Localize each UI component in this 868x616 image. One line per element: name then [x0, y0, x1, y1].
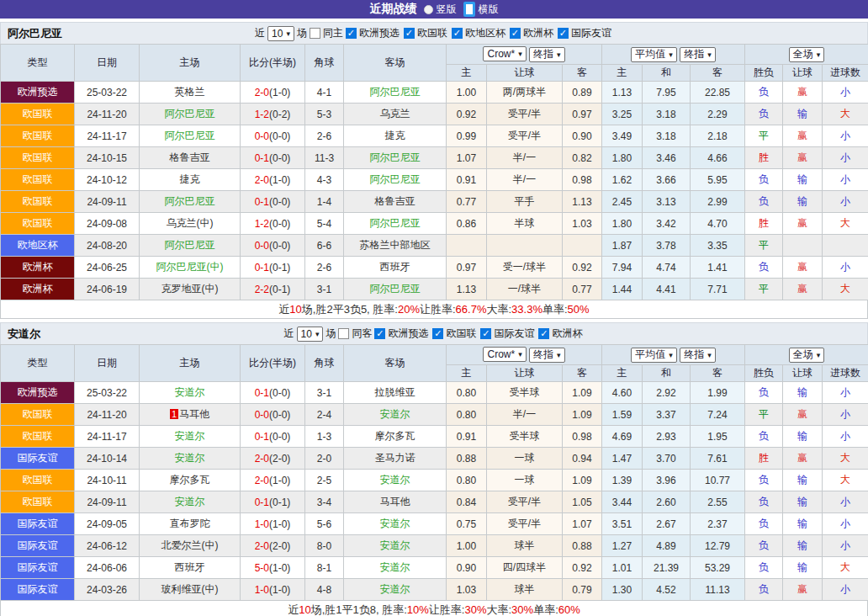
- league-checkbox[interactable]: ✓: [558, 28, 569, 39]
- league-checkbox[interactable]: ✓: [538, 328, 549, 339]
- matches-label: 场: [297, 26, 307, 40]
- col-handicap-result: 让球: [783, 65, 823, 82]
- fulltime-score: 5-0: [255, 562, 269, 574]
- home-team-cell: 乌克兰(中): [140, 213, 241, 235]
- layout-radio-horizontal[interactable]: 横版: [463, 2, 499, 17]
- goals-result-cell: 小: [823, 147, 868, 169]
- home-team-cell: 直布罗陀: [140, 513, 241, 535]
- match-count-select[interactable]: 10▾: [267, 26, 294, 41]
- corner-cell: 5-4: [305, 213, 344, 235]
- avg-home-odds-cell: 3.49: [602, 125, 643, 147]
- avg-draw-odds-cell: 2.93: [643, 426, 691, 448]
- col-home: 主场: [140, 345, 241, 382]
- avg-away-odds-cell: 2.55: [691, 491, 745, 513]
- col-crow-handicap: 让球: [487, 65, 563, 82]
- goals-result-cell: 小: [823, 169, 868, 191]
- handicap-result-cell: 输: [783, 426, 823, 448]
- final-odds-select-2[interactable]: 终指▾: [680, 47, 716, 62]
- avg-away-odds-cell: 11.13: [691, 579, 745, 601]
- col-crow-away: 客: [563, 365, 602, 382]
- avg-draw-odds-cell: 7.95: [643, 82, 691, 104]
- goals-result-cell: 大: [823, 470, 868, 491]
- fulltime-score: 0-1: [255, 196, 269, 208]
- table-row: 国际友谊24-06-12北爱尔兰(中)2-0(2-0)8-0安道尔1.00球半0…: [1, 535, 868, 557]
- filter-bar: 阿尔巴尼亚 近 10▾ 场 同主 ✓欧洲预选✓欧国联✓欧地区杯✓欧洲杯✓国际友谊: [0, 22, 868, 44]
- avg-draw-odds-cell: 3.46: [643, 147, 691, 169]
- handicap-result-cell: 赢: [783, 125, 823, 147]
- league-checkbox-label: 欧地区杯: [465, 26, 505, 40]
- table-row: 国际友谊24-09-05直布罗陀1-0(1-0)5-6安道尔0.75受平/半1.…: [1, 513, 868, 535]
- fulltime-select[interactable]: 全场▾: [789, 348, 825, 363]
- halftime-score: (2-0): [269, 453, 290, 465]
- league-checkbox[interactable]: ✓: [432, 328, 443, 339]
- radio-icon-vertical[interactable]: [424, 5, 433, 14]
- crow-away-odds-cell: 0.79: [563, 579, 602, 601]
- col-corner: 角球: [305, 45, 344, 82]
- corner-cell: 4-8: [305, 579, 344, 601]
- same-venue-checkbox[interactable]: [338, 328, 349, 339]
- league-checkbox[interactable]: ✓: [480, 328, 491, 339]
- crow-away-odds-cell: 1.09: [563, 470, 602, 491]
- bookmaker-select[interactable]: Crow*▾: [483, 347, 526, 362]
- bookmaker-select[interactable]: Crow*▾: [483, 46, 526, 61]
- average-select[interactable]: 平均值▾: [631, 47, 677, 62]
- league-checkbox[interactable]: ✓: [510, 28, 521, 39]
- col-avg-home: 主: [602, 365, 643, 382]
- away-team-cell: 安道尔: [344, 579, 447, 601]
- match-count-select[interactable]: 10▾: [297, 327, 324, 342]
- same-venue-checkbox[interactable]: [310, 28, 320, 39]
- avg-home-odds-cell: 1.80: [602, 147, 643, 169]
- crow-handicap-cell: [487, 235, 563, 257]
- away-team-cell: 阿尔巴尼亚: [344, 169, 447, 191]
- goals-result-cell: 小: [823, 382, 868, 404]
- fulltime-select[interactable]: 全场▾: [789, 47, 825, 62]
- halftime-score: (0-0): [269, 130, 290, 142]
- crow-home-odds-cell: 0.91: [447, 426, 487, 448]
- home-team-cell: 英格兰: [140, 82, 241, 104]
- handicap-result-cell: 赢: [783, 279, 823, 300]
- crow-handicap-cell: 受半球: [487, 382, 563, 404]
- crow-home-odds-cell: 0.90: [447, 557, 487, 579]
- crow-handicap-cell: 一球: [487, 448, 563, 470]
- summary-segment: 近: [278, 302, 289, 317]
- layout-radio-vertical[interactable]: 竖版: [424, 3, 457, 17]
- handicap-result-cell: 赢: [783, 579, 823, 601]
- league-type-cell: 欧国联: [1, 491, 75, 513]
- radio-icon-horizontal[interactable]: [463, 2, 475, 17]
- crow-home-odds-cell: 0.84: [447, 491, 487, 513]
- crow-handicap-cell: 半/一: [487, 147, 563, 169]
- score-cell: 0-0(0-0): [241, 235, 305, 257]
- summary-segment: 大率:: [486, 603, 511, 616]
- league-checkbox[interactable]: ✓: [452, 28, 463, 39]
- winloss-result-cell: 胜: [745, 147, 783, 169]
- winloss-result-cell: 负: [745, 557, 783, 579]
- score-cell: 2-0(2-0): [241, 535, 305, 557]
- winloss-result-cell: 胜: [745, 213, 783, 235]
- date-cell: 25-03-22: [75, 382, 140, 404]
- final-odds-select-2[interactable]: 终指▾: [680, 348, 716, 363]
- league-checkbox[interactable]: ✓: [346, 28, 357, 39]
- halftime-score: (0-1): [269, 262, 290, 273]
- fulltime-score: 0-1: [255, 387, 269, 399]
- handicap-result-cell: 输: [783, 491, 823, 513]
- corner-cell: 8-1: [305, 557, 344, 579]
- corner-cell: 11-3: [305, 147, 344, 169]
- crow-home-odds-cell: 1.00: [447, 82, 487, 104]
- league-type-cell: 欧国联: [1, 470, 75, 491]
- league-type-cell: 欧国联: [1, 147, 75, 169]
- final-odds-select[interactable]: 终指▾: [529, 47, 565, 62]
- summary-segment: 50%: [568, 303, 590, 316]
- home-team-cell: 西班牙: [140, 557, 241, 579]
- crow-handicap-cell: 一/球半: [487, 279, 563, 300]
- final-odds-select[interactable]: 终指▾: [529, 348, 565, 363]
- avg-draw-odds-cell: 3.78: [643, 235, 691, 257]
- league-checkbox[interactable]: ✓: [374, 328, 385, 339]
- away-team-cell: 格鲁吉亚: [344, 191, 447, 213]
- fulltime-score: 1-2: [255, 109, 269, 120]
- league-type-cell: 欧洲预选: [1, 382, 75, 404]
- handicap-result-cell: 输: [783, 191, 823, 213]
- score-cell: 0-0(0-0): [241, 404, 305, 426]
- score-cell: 0-1(0-1): [241, 257, 305, 279]
- league-checkbox[interactable]: ✓: [404, 28, 415, 39]
- average-select[interactable]: 平均值▾: [631, 348, 677, 363]
